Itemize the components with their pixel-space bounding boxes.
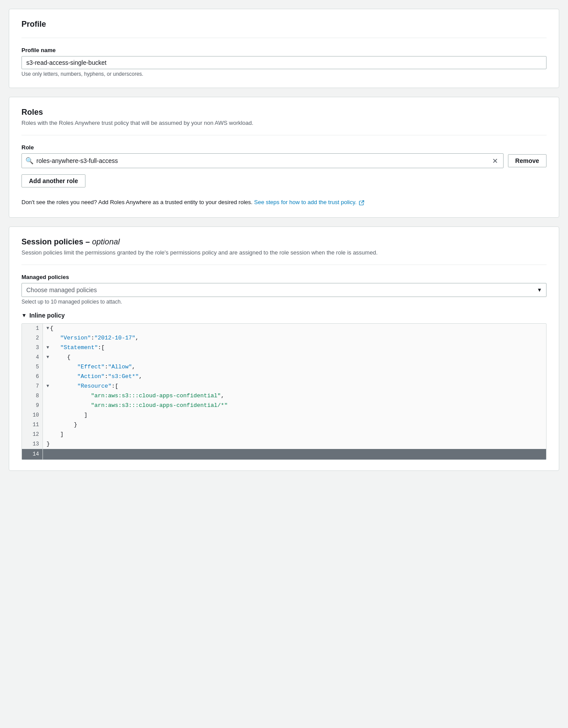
profile-title: Profile (21, 20, 547, 29)
line-num-7: 7 (22, 382, 43, 391)
code-line-11: 11 } (22, 420, 546, 430)
session-policies-title: Session policies – optional (21, 237, 547, 247)
code-line-8: 8 "arn:aws:s3:::cloud-apps-confidential"… (22, 391, 546, 401)
search-icon: 🔍 (25, 157, 34, 165)
add-another-role-button[interactable]: Add another role (21, 174, 85, 187)
inline-policy-arrow-icon: ▼ (21, 312, 27, 318)
code-line-13: 13 } (22, 439, 546, 449)
role-remove-button[interactable]: Remove (508, 154, 547, 167)
line-num-3: 3 (22, 343, 43, 353)
code-line-9: 9 "arn:aws:s3:::cloud-apps-confidential/… (22, 401, 546, 410)
session-policies-subtitle: Session policies limit the permissions g… (21, 249, 547, 256)
managed-policies-helper: Select up to 10 managed policies to atta… (21, 299, 547, 305)
line-num-1: 1 (22, 324, 43, 333)
role-row: 🔍 ✕ Remove (21, 153, 547, 168)
code-line-12: 12 ] (22, 430, 546, 439)
profile-card: Profile Profile name Use only letters, n… (9, 9, 559, 88)
code-line-10: 10 ] (22, 410, 546, 420)
role-clear-button[interactable]: ✕ (490, 157, 500, 165)
code-cursor-input[interactable] (46, 450, 123, 459)
line-num-13: 13 (22, 439, 43, 449)
managed-policies-select-wrap: Choose managed policies ▼ (21, 283, 547, 297)
inline-policy-editor: 1 ▼{ 2 "Version":"2012-10-17", 3 ▼ "Stat… (21, 323, 547, 460)
role-field-label: Role (21, 144, 547, 151)
line-num-8: 8 (22, 391, 43, 401)
profile-name-helper: Use only letters, numbers, hyphens, or u… (21, 71, 547, 77)
roles-card: Roles Roles with the Roles Anywhere trus… (9, 97, 559, 218)
fold-icon-7[interactable]: ▼ (46, 384, 49, 389)
inline-policy-label: Inline policy (29, 312, 65, 319)
roles-info-text: Don't see the roles you need? Add Roles … (21, 198, 547, 207)
session-policies-card: Session policies – optional Session poli… (9, 226, 559, 471)
external-link-icon (359, 200, 364, 205)
profile-name-label: Profile name (21, 47, 547, 53)
profile-name-input[interactable] (21, 56, 547, 69)
fold-icon-4[interactable]: ▼ (46, 355, 49, 360)
line-num-11: 11 (22, 420, 43, 430)
code-line-14: 14 (22, 449, 546, 459)
role-search-input[interactable] (36, 157, 490, 164)
line-num-4: 4 (22, 353, 43, 362)
managed-policies-label: Managed policies (21, 274, 547, 280)
managed-policies-select[interactable]: Choose managed policies (21, 283, 547, 297)
roles-subtitle: Roles with the Roles Anywhere trust poli… (21, 120, 547, 126)
line-num-9: 9 (22, 401, 43, 410)
line-num-14: 14 (22, 449, 43, 459)
code-line-6: 6 "Action":"s3:Get*", (22, 372, 546, 382)
code-line-2: 2 "Version":"2012-10-17", (22, 333, 546, 343)
code-line-1: 1 ▼{ (22, 324, 546, 333)
role-search-wrap[interactable]: 🔍 ✕ (21, 153, 504, 168)
code-line-7: 7 ▼ "Resource":[ (22, 382, 546, 391)
code-line-3: 3 ▼ "Statement":[ (22, 343, 546, 353)
line-num-6: 6 (22, 372, 43, 382)
line-num-2: 2 (22, 333, 43, 343)
code-line-4: 4 ▼ { (22, 353, 546, 362)
fold-icon-3[interactable]: ▼ (46, 345, 49, 350)
inline-policy-toggle[interactable]: ▼ Inline policy (21, 312, 547, 319)
line-num-12: 12 (22, 430, 43, 439)
line-num-5: 5 (22, 362, 43, 372)
line-num-10: 10 (22, 410, 43, 420)
trust-policy-link[interactable]: See steps for how to add the trust polic… (254, 199, 365, 205)
roles-title: Roles (21, 108, 547, 117)
fold-icon-1[interactable]: ▼ (46, 326, 49, 331)
code-line-5: 5 "Effect":"Allow", (22, 362, 546, 372)
